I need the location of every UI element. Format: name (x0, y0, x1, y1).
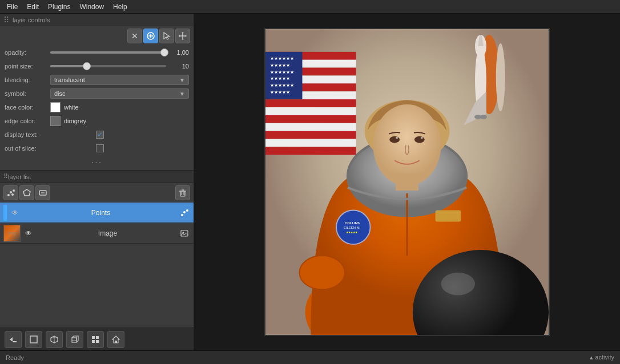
move-icon (178, 31, 187, 41)
point-size-label: point size: (5, 63, 50, 70)
menu-edit[interactable]: Edit (22, 2, 43, 12)
canvas-area[interactable]: ★★★★★★ ★★★★★ ★★★★★★ ★★★★★ ★★★★★★ ★★★★★ (194, 14, 620, 350)
cube-outline-button[interactable] (66, 331, 83, 348)
left-panel: ⠿ layer controls ✕ (0, 14, 194, 350)
tool-buttons-row: ✕ (0, 26, 194, 46)
out-of-slice-label: out of slice: (5, 145, 50, 152)
add-points-icon (146, 31, 155, 41)
svg-marker-27 (10, 337, 13, 342)
display-text-checkbox[interactable] (96, 131, 104, 139)
svg-marker-14 (23, 189, 30, 196)
scatter-icon (6, 188, 15, 197)
svg-rect-79 (396, 173, 418, 191)
svg-marker-6 (182, 32, 184, 33)
menu-plugins[interactable]: Plugins (43, 2, 75, 12)
svg-text:COLLINS: COLLINS (345, 221, 360, 225)
blending-label: blending: (5, 76, 50, 83)
home-button[interactable] (107, 331, 124, 348)
svg-rect-39 (96, 340, 99, 343)
points-tool-button[interactable] (3, 185, 18, 200)
menu-file[interactable]: File (2, 2, 22, 12)
points-layer-icon (179, 207, 190, 219)
point-size-row: point size: 10 (0, 59, 194, 73)
svg-text:★★★★★: ★★★★★ (270, 76, 290, 81)
symbol-dropdown[interactable]: disc ▼ (50, 88, 189, 99)
layer-tools-row (0, 183, 194, 203)
layer-list-header: ⠿ layer list (0, 171, 194, 183)
statusbar: Ready ▴ activity (0, 350, 620, 364)
svg-point-70 (496, 43, 505, 111)
image-visibility-toggle[interactable]: 👁 (23, 228, 34, 239)
symbol-dropdown-arrow: ▼ (179, 91, 185, 97)
terminal-button[interactable] (5, 331, 22, 348)
3d-cube-button[interactable] (46, 331, 63, 348)
display-text-row: display text: (0, 128, 194, 141)
delete-layer-button[interactable] (175, 185, 190, 200)
bottom-toolbar (0, 327, 194, 350)
svg-text:★★★★★★: ★★★★★★ (270, 56, 294, 61)
select-button[interactable] (159, 29, 174, 43)
layer-list-drag-icon: ⠿ (3, 173, 8, 180)
svg-marker-8 (179, 35, 180, 37)
image-thumbnail: img (3, 225, 21, 242)
label-icon (38, 188, 47, 197)
label-tool-button[interactable] (35, 185, 50, 200)
layer-list-title: layer list (8, 173, 31, 180)
svg-point-69 (480, 115, 487, 119)
edge-color-swatch[interactable] (50, 116, 61, 126)
opacity-row: opacity: 1,00 (0, 46, 194, 59)
polygon-tool-button[interactable] (19, 185, 34, 200)
blending-row: blending: translucent ▼ (0, 73, 194, 87)
svg-point-11 (10, 191, 12, 193)
astronaut-photo: ★★★★★★ ★★★★★ ★★★★★★ ★★★★★ ★★★★★★ ★★★★★ (264, 28, 550, 336)
svg-marker-3 (164, 33, 170, 39)
grid-icon (91, 335, 100, 344)
layer-tools-left (3, 185, 50, 200)
points-layer-name: Points (23, 209, 179, 217)
layer-row-image[interactable]: img 👁 Image (0, 223, 194, 244)
svg-rect-51 (265, 115, 356, 123)
add-points-button[interactable] (143, 29, 158, 43)
point-size-value: 10 (166, 63, 189, 70)
menu-window[interactable]: Window (75, 2, 108, 12)
face-color-label: face color: (5, 104, 50, 111)
svg-rect-33 (72, 338, 77, 342)
layer-row-points[interactable]: 👁 Points (0, 203, 194, 223)
svg-rect-17 (180, 191, 185, 196)
menu-help[interactable]: Help (108, 2, 132, 12)
image-layer-name: Image (37, 229, 179, 237)
move-button[interactable] (175, 29, 190, 43)
svg-point-13 (11, 193, 14, 196)
layer-list-panel: ⠿ layer list (0, 171, 194, 327)
activity-button[interactable]: ▴ activity (590, 354, 614, 361)
layer-controls-panel: ⠿ layer controls ✕ (0, 14, 194, 171)
drag-handle-icon: ⠿ (3, 15, 9, 25)
opacity-slider[interactable] (50, 48, 166, 56)
polygon-icon (22, 188, 31, 197)
face-color-row: face color: white (0, 100, 194, 114)
square-icon (29, 335, 38, 344)
svg-text:★★★★★: ★★★★★ (270, 90, 290, 95)
svg-rect-52 (265, 123, 356, 131)
svg-point-75 (389, 136, 400, 143)
svg-rect-50 (265, 107, 356, 115)
svg-point-10 (7, 194, 10, 196)
points-visibility-toggle[interactable]: 👁 (9, 207, 21, 219)
main-area: ⠿ layer controls ✕ (0, 14, 620, 350)
grid-button[interactable] (87, 331, 104, 348)
svg-rect-36 (92, 336, 95, 339)
point-size-slider[interactable] (50, 62, 166, 70)
blending-dropdown[interactable]: translucent ▼ (50, 75, 189, 85)
square-button[interactable] (25, 331, 42, 348)
face-color-swatch[interactable] (50, 102, 61, 112)
svg-rect-29 (30, 336, 37, 343)
menubar: File Edit Plugins Window Help (0, 0, 620, 14)
close-button[interactable]: ✕ (127, 29, 142, 43)
svg-point-76 (414, 136, 425, 143)
svg-text:EILEEN M.: EILEEN M. (344, 226, 361, 229)
svg-point-24 (186, 209, 188, 212)
trash-icon (178, 188, 187, 197)
more-options-dots[interactable]: ··· (0, 155, 194, 170)
out-of-slice-checkbox[interactable] (96, 144, 104, 152)
svg-rect-41 (115, 341, 117, 343)
